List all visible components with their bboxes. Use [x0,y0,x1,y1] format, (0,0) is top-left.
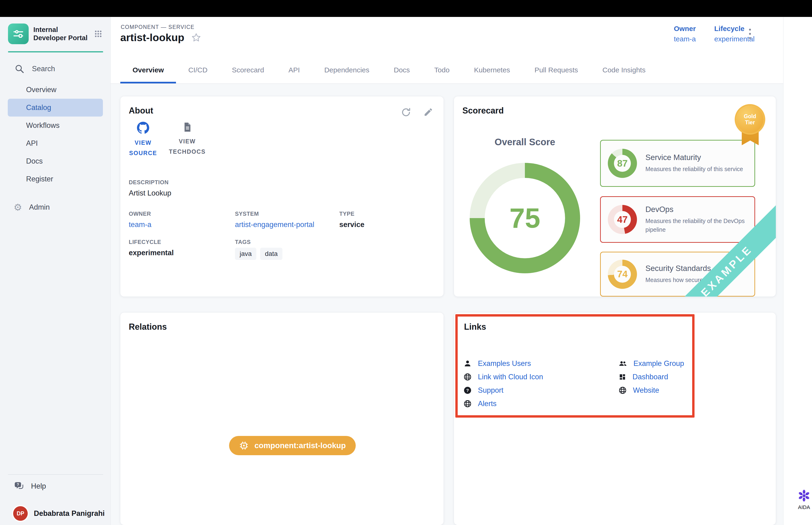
avatar: DP [13,506,28,521]
globe-icon [463,373,472,381]
links-title: Links [464,322,486,332]
scroll-gutter[interactable] [783,17,812,525]
sidebar: Internal Developer Portal Search Overvie… [0,17,111,525]
tab-cicd[interactable]: CI/CD [176,56,220,84]
tab-docs[interactable]: Docs [382,56,422,84]
page-title: artist-lookup [120,31,184,44]
app-title: Internal Developer Portal [33,26,89,42]
person-icon [463,359,472,368]
aida-assistant-button[interactable]: AIDA [795,489,812,510]
about-card: About VIEW SOURCE [120,96,444,297]
system-field-label: SYSTEM [235,211,315,217]
tab-scorecard[interactable]: Scorecard [220,56,276,84]
top-black-bar [0,0,812,17]
link-link-with-cloud-icon[interactable]: Link with Cloud Icon [463,370,543,384]
search-input[interactable]: Search [15,64,55,74]
view-techdocs-link[interactable]: VIEW TECHDOCS [166,122,208,159]
more-options-icon[interactable] [748,27,752,41]
type-field-label: TYPE [339,211,364,217]
title-row: artist-lookup [120,31,201,44]
scorecard-item-devops[interactable]: 47 DevOps Measures the reliability of th… [600,196,755,243]
tab-dependencies[interactable]: Dependencies [312,56,382,84]
sidebar-item-docs[interactable]: Docs [8,152,103,170]
gold-tier-badge: GoldTier [736,106,764,133]
globe-icon [463,400,472,408]
link-alerts[interactable]: Alerts [463,397,543,410]
sidebar-item-workflows[interactable]: Workflows [8,117,103,134]
sliders-icon [12,28,25,40]
help-label: Help [31,482,46,491]
tab-api[interactable]: API [276,56,312,84]
search-icon [15,64,25,74]
edit-pencil-icon[interactable] [424,107,433,118]
relation-node-label: component:artist-lookup [255,441,346,450]
screen: Internal Developer Portal Search Overvie… [0,0,812,525]
scorecard-title: Scorecard [462,106,504,116]
admin-label: Admin [29,203,50,211]
sidebar-item-overview[interactable]: Overview [8,81,103,99]
tag-chip[interactable]: data [260,248,282,260]
lifecycle-field-value: experimental [129,249,174,257]
tab-code-insights[interactable]: Code Insights [590,56,658,84]
score-item-description: Measures the reliability of the DevOps p… [645,217,747,234]
score-item-name: Service Maturity [645,153,743,162]
sidebar-item-catalog[interactable]: Catalog [8,99,103,117]
sidebar-item-help[interactable]: ? Help [14,481,46,492]
owner-value[interactable]: team-a [674,34,696,44]
link-example-group[interactable]: Example Group [618,357,684,370]
search-placeholder: Search [32,65,55,73]
owner-field-value[interactable]: team-a [129,221,151,229]
tab-pull-requests[interactable]: Pull Requests [522,56,590,84]
tab-kubernetes[interactable]: Kubernetes [462,56,522,84]
chip-icon [239,441,249,450]
refresh-icon[interactable] [401,107,411,118]
overall-score-gauge: 75 [470,163,580,273]
globe-icon [618,386,627,394]
tab-overview[interactable]: Overview [120,56,176,84]
sidebar-item-admin[interactable]: ⚙ Admin [14,202,50,212]
view-techdocs-label: VIEW TECHDOCS [166,136,208,157]
security-standards-gauge: 74 [608,260,637,289]
score-item-description: Measures the reliability of this service [645,165,743,174]
aida-flower-icon [797,489,811,502]
star-icon[interactable] [191,32,201,43]
tab-todo[interactable]: Todo [422,56,462,84]
sidebar-item-api[interactable]: API [8,134,103,152]
tag-chip[interactable]: java [235,248,256,260]
scorecard-item-service-maturity[interactable]: 87 Service Maturity Measures the reliabi… [600,140,755,187]
question-circle-icon: ? [463,386,472,394]
links-card: Links Examples Users Link with Cloud Ico… [454,313,776,525]
link-support[interactable]: ? Support [463,384,543,397]
user-menu[interactable]: DP Debabrata Panigrahi [13,506,105,521]
relations-title: Relations [129,322,167,332]
sidebar-item-register[interactable]: Register [8,170,103,188]
scorecard-card: Scorecard GoldTier Overall Score 75 87 S… [454,96,776,297]
entity-tabs: Overview CI/CD Scorecard API Dependencie… [111,56,812,84]
help-chat-icon: ? [14,481,25,492]
techdocs-icon [182,122,193,133]
apps-grid-icon[interactable] [93,29,103,39]
aida-label: AIDA [798,504,810,510]
tags-field-label: TAGS [235,239,282,245]
breadcrumb: COMPONENT — SERVICE [121,24,195,30]
link-website[interactable]: Website [618,384,684,397]
sidebar-nav: Overview Catalog Workflows API Docs Regi… [8,81,103,188]
content-area: About VIEW SOURCE [111,84,783,525]
view-source-link[interactable]: VIEW SOURCE [125,122,161,159]
entity-header: COMPONENT — SERVICE artist-lookup Owner … [111,17,812,56]
system-field-value[interactable]: artist-engagement-portal [235,221,315,229]
gear-icon: ⚙ [14,202,22,212]
relations-card: Relations component:artist-lookup [120,313,444,525]
relation-node-artist-lookup[interactable]: component:artist-lookup [229,436,356,455]
link-examples-users[interactable]: Examples Users [463,357,543,370]
devops-gauge: 47 [608,205,637,234]
view-source-label: VIEW SOURCE [125,138,161,159]
brand: Internal Developer Portal [8,24,103,44]
score-item-name: DevOps [645,205,747,214]
description-value: Artist Lookup [129,189,171,197]
about-title: About [129,106,153,116]
svg-text:?: ? [17,482,19,487]
owner-meta[interactable]: Owner team-a [674,24,696,44]
link-dashboard[interactable]: Dashboard [618,370,684,384]
service-maturity-gauge: 87 [608,149,637,178]
